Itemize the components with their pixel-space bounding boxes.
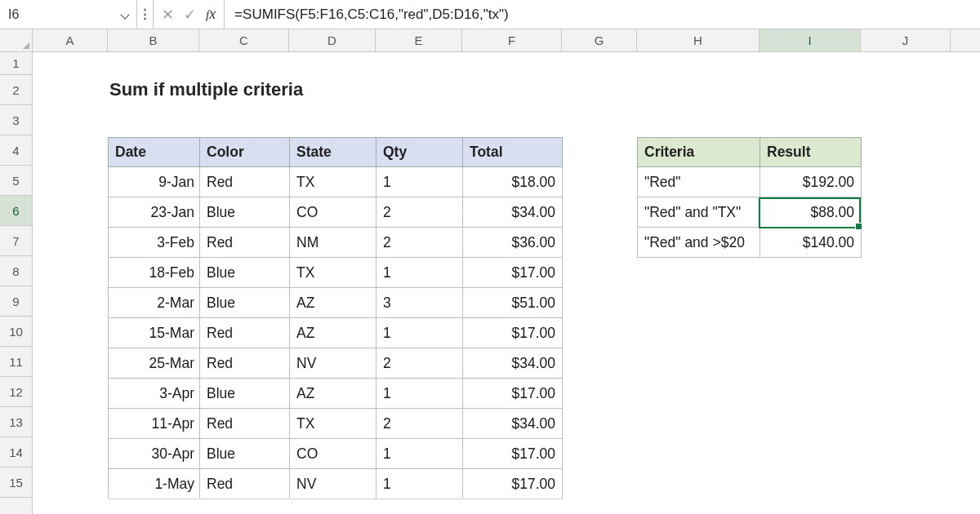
cell-state[interactable]: CO: [290, 439, 376, 469]
cancel-icon[interactable]: ✕: [162, 6, 174, 24]
col-header-a[interactable]: A: [33, 29, 108, 51]
cell-qty[interactable]: 1: [376, 167, 463, 197]
cell-date[interactable]: 30-Apr: [109, 439, 200, 469]
cell-color[interactable]: Blue: [200, 288, 290, 318]
chevron-down-icon[interactable]: [120, 9, 131, 20]
kebab-menu-icon[interactable]: ⋮: [137, 0, 154, 29]
header-total[interactable]: Total: [463, 138, 563, 167]
cell-date[interactable]: 25-Mar: [109, 348, 200, 379]
cell-state[interactable]: AZ: [290, 379, 376, 409]
cell-state[interactable]: NV: [290, 469, 376, 499]
cell-qty[interactable]: 2: [376, 409, 463, 439]
select-all-corner[interactable]: [0, 29, 33, 51]
cell-date[interactable]: 3-Feb: [109, 228, 200, 258]
cell-criteria[interactable]: "Red" and "TX": [638, 197, 760, 228]
cell-date[interactable]: 3-Apr: [109, 379, 200, 409]
cell-state[interactable]: AZ: [290, 318, 376, 348]
cell-state[interactable]: TX: [290, 167, 376, 197]
col-header-b[interactable]: B: [108, 29, 199, 51]
cell-state[interactable]: CO: [290, 197, 376, 228]
col-header-i[interactable]: I: [760, 29, 861, 51]
cell-criteria[interactable]: "Red" and >$20: [638, 228, 760, 258]
cell-qty[interactable]: 2: [376, 228, 463, 258]
row-header-15[interactable]: 15: [0, 467, 32, 498]
cell-total[interactable]: $34.00: [463, 348, 563, 379]
cell-state[interactable]: TX: [290, 258, 376, 288]
col-header-g[interactable]: G: [562, 29, 637, 51]
cell-result[interactable]: $140.00: [760, 228, 862, 258]
cell-result[interactable]: $192.00: [760, 167, 862, 197]
enter-icon[interactable]: ✓: [184, 6, 196, 24]
row-header-1[interactable]: 1: [0, 52, 32, 75]
cell-date[interactable]: 18-Feb: [109, 258, 200, 288]
cell-criteria[interactable]: "Red": [638, 167, 760, 197]
col-header-h[interactable]: H: [637, 29, 760, 51]
row-header-6[interactable]: 6: [0, 196, 32, 226]
header-criteria[interactable]: Criteria: [638, 138, 760, 167]
cell-date[interactable]: 1-May: [109, 469, 200, 499]
cell-date[interactable]: 9-Jan: [109, 167, 200, 197]
row-header-8[interactable]: 8: [0, 256, 32, 286]
cell-color[interactable]: Red: [200, 348, 290, 379]
cell-date[interactable]: 23-Jan: [109, 197, 200, 228]
row-header-11[interactable]: 11: [0, 347, 32, 377]
cell-date[interactable]: 15-Mar: [109, 318, 200, 348]
cell-qty[interactable]: 1: [376, 258, 463, 288]
cell-qty[interactable]: 2: [376, 348, 463, 379]
worksheet-grid[interactable]: Sum if multiple criteria Date Color Stat…: [33, 52, 980, 514]
cell-total[interactable]: $18.00: [463, 167, 563, 197]
col-header-j[interactable]: J: [861, 29, 951, 51]
cell-color[interactable]: Blue: [200, 439, 290, 469]
row-header-3[interactable]: 3: [0, 105, 32, 135]
cell-state[interactable]: NV: [290, 348, 376, 379]
cell-state[interactable]: NM: [290, 228, 376, 258]
cell-color[interactable]: Blue: [200, 197, 290, 228]
cell-color[interactable]: Red: [200, 167, 290, 197]
name-box[interactable]: I6: [0, 0, 137, 29]
cell-total[interactable]: $17.00: [463, 318, 563, 348]
row-header-10[interactable]: 10: [0, 317, 32, 347]
row-header-5[interactable]: 5: [0, 166, 32, 196]
cell-total[interactable]: $36.00: [463, 228, 563, 258]
col-header-f[interactable]: F: [462, 29, 562, 51]
cell-color[interactable]: Red: [200, 228, 290, 258]
row-header-9[interactable]: 9: [0, 286, 32, 317]
header-color[interactable]: Color: [200, 138, 290, 167]
header-state[interactable]: State: [290, 138, 376, 167]
col-header-e[interactable]: E: [376, 29, 462, 51]
cell-date[interactable]: 11-Apr: [109, 409, 200, 439]
cell-total[interactable]: $51.00: [463, 288, 563, 318]
cell-color[interactable]: Red: [200, 318, 290, 348]
header-result[interactable]: Result: [760, 138, 862, 167]
cell-color[interactable]: Red: [200, 409, 290, 439]
cell-qty[interactable]: 1: [376, 318, 463, 348]
cell-total[interactable]: $17.00: [463, 469, 563, 499]
cell-qty[interactable]: 1: [376, 379, 463, 409]
cell-state[interactable]: TX: [290, 409, 376, 439]
cell-qty[interactable]: 1: [376, 469, 463, 499]
header-date[interactable]: Date: [109, 138, 200, 167]
cell-qty[interactable]: 1: [376, 439, 463, 469]
cell-qty[interactable]: 3: [376, 288, 463, 318]
cell-total[interactable]: $34.00: [463, 409, 563, 439]
row-header-7[interactable]: 7: [0, 226, 32, 256]
cell-color[interactable]: Red: [200, 469, 290, 499]
cell-result[interactable]: $88.00: [760, 197, 862, 228]
cell-color[interactable]: Blue: [200, 379, 290, 409]
cell-total[interactable]: $34.00: [463, 197, 563, 228]
col-header-c[interactable]: C: [199, 29, 289, 51]
row-header-4[interactable]: 4: [0, 135, 32, 166]
col-header-d[interactable]: D: [289, 29, 376, 51]
cell-total[interactable]: $17.00: [463, 379, 563, 409]
cell-color[interactable]: Blue: [200, 258, 290, 288]
formula-input[interactable]: =SUMIFS(F5:F16,C5:C16,"red",D5:D16,"tx"): [225, 0, 980, 29]
cell-qty[interactable]: 2: [376, 197, 463, 228]
row-header-14[interactable]: 14: [0, 437, 32, 467]
cell-total[interactable]: $17.00: [463, 258, 563, 288]
header-qty[interactable]: Qty: [376, 138, 463, 167]
insert-function-icon[interactable]: fx: [206, 6, 216, 23]
cell-date[interactable]: 2-Mar: [109, 288, 200, 318]
row-header-13[interactable]: 13: [0, 407, 32, 437]
cell-state[interactable]: AZ: [290, 288, 376, 318]
row-header-12[interactable]: 12: [0, 377, 32, 407]
